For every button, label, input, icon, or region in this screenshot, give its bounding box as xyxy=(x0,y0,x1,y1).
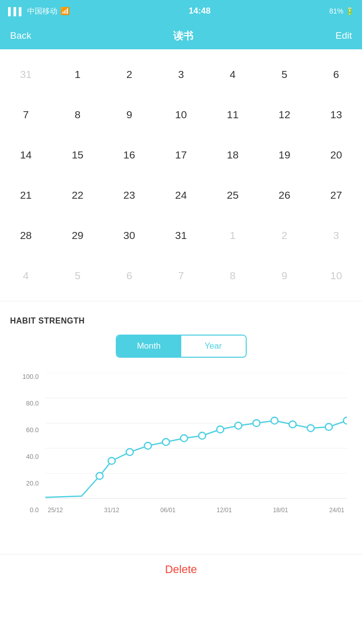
toggle-year-button[interactable]: Year xyxy=(181,336,246,357)
calendar-day[interactable]: 18 xyxy=(207,135,259,175)
chart-inner: 25/1231/1206/0112/0118/0124/01 xyxy=(45,373,347,514)
x-axis-label: 24/01 xyxy=(329,507,344,514)
svg-point-20 xyxy=(343,417,347,424)
y-axis-label: 80.0 xyxy=(26,399,39,407)
svg-point-10 xyxy=(163,439,170,445)
calendar-day[interactable]: 6 xyxy=(310,54,362,95)
svg-point-8 xyxy=(126,449,133,455)
calendar-grid: 3112345678910111213141516171819202122232… xyxy=(0,54,362,296)
signal-icon: ▌▌▌ xyxy=(8,7,24,16)
svg-point-9 xyxy=(144,442,152,449)
y-axis-label: 60.0 xyxy=(26,426,39,434)
svg-point-7 xyxy=(108,457,115,464)
calendar-day[interactable]: 14 xyxy=(0,135,52,175)
calendar-day[interactable]: 27 xyxy=(310,175,362,215)
calendar-day[interactable]: 22 xyxy=(52,175,104,215)
calendar-day[interactable]: 2 xyxy=(103,54,155,95)
calendar-day[interactable]: 4 xyxy=(0,256,52,296)
svg-point-6 xyxy=(96,472,103,479)
calendar-day[interactable]: 16 xyxy=(103,135,155,175)
habit-strength-title: HABIT STRENGTH xyxy=(10,316,352,326)
calendar-day[interactable]: 24 xyxy=(155,175,207,215)
calendar-day[interactable]: 1 xyxy=(207,215,259,256)
calendar-day[interactable]: 13 xyxy=(310,95,362,135)
y-axis-label: 100.0 xyxy=(22,373,39,380)
svg-point-14 xyxy=(235,422,242,429)
calendar-section: 3112345678910111213141516171819202122232… xyxy=(0,49,362,296)
calendar-day[interactable]: 3 xyxy=(155,54,207,95)
page-title: 读书 xyxy=(173,29,193,43)
svg-point-12 xyxy=(198,432,205,439)
wifi-icon: 📶 xyxy=(60,7,70,16)
x-axis-label: 18/01 xyxy=(273,507,288,514)
svg-point-15 xyxy=(253,420,260,426)
habit-section: HABIT STRENGTH Month Year 100.080.060.04… xyxy=(0,306,362,544)
bottom-bar: Delete xyxy=(0,554,362,584)
x-axis-labels: 25/1231/1206/0112/0118/0124/01 xyxy=(45,507,347,514)
battery-label: 81% xyxy=(329,7,343,15)
status-right: 81% 🔋 xyxy=(329,7,354,15)
line-chart xyxy=(45,373,347,499)
calendar-day[interactable]: 29 xyxy=(52,215,104,256)
calendar-day[interactable]: 7 xyxy=(0,95,52,135)
x-axis-label: 06/01 xyxy=(161,507,176,514)
svg-point-16 xyxy=(271,417,278,424)
calendar-day[interactable]: 5 xyxy=(259,54,311,95)
delete-button[interactable]: Delete xyxy=(165,563,197,576)
calendar-day[interactable]: 9 xyxy=(103,95,155,135)
divider xyxy=(0,301,362,301)
y-axis-label: 40.0 xyxy=(26,453,39,460)
calendar-day[interactable]: 30 xyxy=(103,215,155,256)
toggle-group: Month Year xyxy=(116,335,247,358)
calendar-day[interactable]: 10 xyxy=(155,95,207,135)
calendar-day[interactable]: 31 xyxy=(0,54,52,95)
calendar-day[interactable]: 12 xyxy=(259,95,311,135)
y-axis-labels: 100.080.060.040.020.00.0 xyxy=(10,373,43,514)
x-axis-label: 25/12 xyxy=(48,507,63,514)
toggle-month-button[interactable]: Month xyxy=(117,336,181,357)
calendar-day[interactable]: 31 xyxy=(155,215,207,256)
x-axis-label: 12/01 xyxy=(216,507,232,514)
calendar-day[interactable]: 15 xyxy=(52,135,104,175)
calendar-day[interactable]: 17 xyxy=(155,135,207,175)
calendar-day[interactable]: 10 xyxy=(310,256,362,296)
calendar-day[interactable]: 19 xyxy=(259,135,311,175)
svg-point-19 xyxy=(325,424,332,430)
svg-point-11 xyxy=(181,435,188,441)
svg-point-13 xyxy=(216,426,224,433)
svg-point-18 xyxy=(307,425,314,431)
y-axis-label: 0.0 xyxy=(30,506,39,514)
calendar-day[interactable]: 7 xyxy=(155,256,207,296)
calendar-day[interactable]: 25 xyxy=(207,175,259,215)
calendar-day[interactable]: 8 xyxy=(52,95,104,135)
svg-point-17 xyxy=(289,421,296,428)
calendar-day[interactable]: 6 xyxy=(103,256,155,296)
calendar-day[interactable]: 2 xyxy=(259,215,311,256)
calendar-day[interactable]: 20 xyxy=(310,135,362,175)
calendar-day[interactable]: 5 xyxy=(52,256,104,296)
calendar-day[interactable]: 26 xyxy=(259,175,311,215)
carrier-label: 中国移动 xyxy=(27,7,57,16)
calendar-day[interactable]: 9 xyxy=(259,256,311,296)
calendar-day[interactable]: 4 xyxy=(207,54,259,95)
calendar-day[interactable]: 11 xyxy=(207,95,259,135)
calendar-day[interactable]: 3 xyxy=(310,215,362,256)
status-time: 14:48 xyxy=(189,6,210,16)
calendar-day[interactable]: 8 xyxy=(207,256,259,296)
edit-button[interactable]: Edit xyxy=(335,30,352,41)
status-bar: ▌▌▌ 中国移动 📶 14:48 81% 🔋 xyxy=(0,0,362,22)
calendar-day[interactable]: 28 xyxy=(0,215,52,256)
y-axis-label: 20.0 xyxy=(26,479,39,487)
status-left: ▌▌▌ 中国移动 📶 xyxy=(8,7,70,16)
calendar-day[interactable]: 23 xyxy=(103,175,155,215)
nav-bar: Back 读书 Edit xyxy=(0,22,362,49)
battery-icon: 🔋 xyxy=(345,7,354,15)
back-button[interactable]: Back xyxy=(10,30,31,41)
x-axis-label: 31/12 xyxy=(104,507,119,514)
chart-container: 100.080.060.040.020.00.0 25/1231/1206/01… xyxy=(10,368,352,539)
calendar-day[interactable]: 21 xyxy=(0,175,52,215)
calendar-day[interactable]: 1 xyxy=(52,54,104,95)
